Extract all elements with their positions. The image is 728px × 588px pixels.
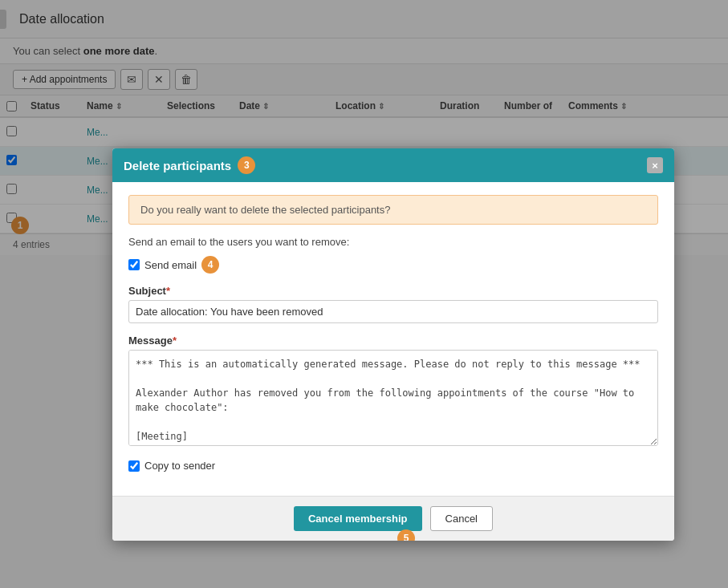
message-textarea[interactable] xyxy=(128,350,658,446)
subject-label: Subject* xyxy=(128,285,658,297)
subject-label-text: Subject xyxy=(128,285,166,297)
modal-title-text: Delete participants xyxy=(124,159,231,172)
modal-header: Delete participants 3 × xyxy=(112,148,674,182)
send-email-row: Send email 4 xyxy=(128,256,658,274)
step-badge-3: 3 xyxy=(238,156,255,174)
send-email-label[interactable]: Send email xyxy=(144,259,197,271)
send-info: Send an email to the users you want to r… xyxy=(128,236,658,248)
copy-to-sender-row: Copy to sender xyxy=(128,460,658,472)
modal-body: Do you really want to delete the selecte… xyxy=(112,182,674,496)
modal-footer: Cancel membership Cancel 5 xyxy=(112,496,674,541)
copy-to-sender-label[interactable]: Copy to sender xyxy=(144,460,215,472)
subject-input[interactable] xyxy=(128,300,658,323)
step-badge-5: 5 xyxy=(397,529,415,541)
send-info-text: Send an email to the users you want to r… xyxy=(128,236,349,248)
message-label-text: Message xyxy=(128,335,173,347)
subject-required: * xyxy=(166,285,170,297)
message-required: * xyxy=(173,335,177,347)
warning-box: Do you really want to delete the selecte… xyxy=(128,195,658,225)
send-email-checkbox[interactable] xyxy=(128,259,140,270)
modal-dialog: Delete participants 3 × Do you really wa… xyxy=(112,148,674,541)
message-label: Message* xyxy=(128,335,658,347)
cancel-button[interactable]: Cancel xyxy=(430,506,493,531)
warning-text: Do you really want to delete the selecte… xyxy=(140,204,390,216)
copy-to-sender-checkbox[interactable] xyxy=(128,460,140,472)
step-badge-4: 4 xyxy=(201,256,219,274)
cancel-membership-button[interactable]: Cancel membership xyxy=(294,506,422,531)
modal-title: Delete participants 3 xyxy=(124,156,255,174)
modal-close-button[interactable]: × xyxy=(647,157,663,173)
